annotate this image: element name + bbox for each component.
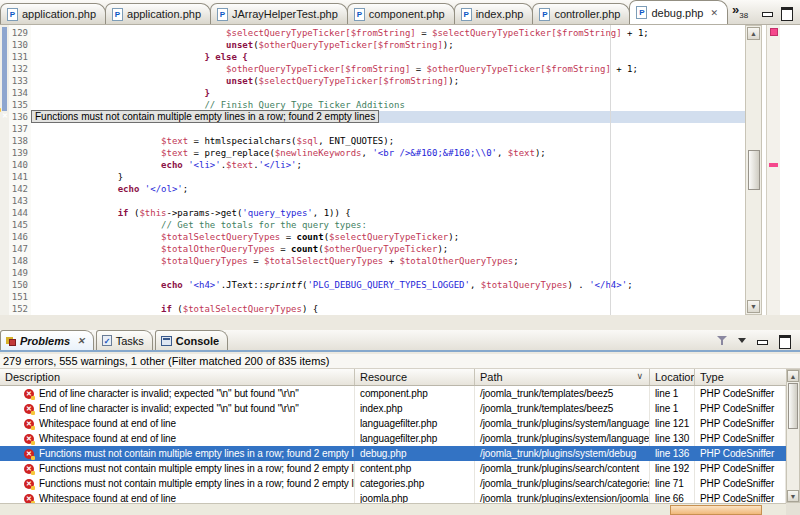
tab-tasks[interactable]: ✓ Tasks (96, 330, 153, 350)
close-icon[interactable]: ✕ (77, 336, 85, 346)
php-file-icon: P (217, 8, 228, 21)
cell-location: line 121 (650, 416, 695, 431)
editor-tab-application.php[interactable]: Papplication.php (105, 3, 211, 24)
print-margin-line (610, 25, 611, 315)
cell-resource: joomla.php (355, 491, 475, 503)
editor-tab-debug.php[interactable]: Pdebug.php✕ (629, 0, 728, 24)
editor-tab-JArrayHelperTest.php[interactable]: PJArrayHelperTest.php (210, 3, 348, 24)
scroll-down-icon[interactable]: ▼ (747, 300, 760, 313)
line-number: 149 (9, 267, 28, 279)
cell-location: line 192 (650, 461, 695, 476)
code-line: echo '</ol>'; (31, 183, 745, 195)
line-number: 140 (9, 159, 28, 171)
cell-description: Whitespace found at end of line (0, 491, 355, 503)
cell-path: /joomla_trunk/plugins/system/languagefil… (475, 431, 650, 446)
line-number-gutter: 1291301311321331341351361371381391401411… (9, 25, 31, 315)
code-line: } else { (31, 51, 745, 63)
tasks-view-icon: ✓ (102, 335, 112, 346)
php-file-icon: P (7, 8, 18, 21)
problems-table: End of line character is invalid; expect… (0, 386, 786, 503)
tab-overflow-chevron[interactable]: »38 (732, 2, 748, 20)
table-scroll-thumb[interactable] (788, 383, 798, 429)
filter-icon[interactable] (717, 336, 728, 346)
table-row[interactable]: Functions must not contain multiple empt… (0, 476, 786, 491)
editor-tab-component.php[interactable]: Pcomponent.php (347, 3, 455, 24)
panel-maximize-icon[interactable] (778, 335, 790, 346)
scroll-down-icon[interactable]: ▼ (787, 490, 799, 502)
table-vertical-scrollbar[interactable]: ▲ ▼ (786, 369, 800, 503)
line-number: 142 (9, 183, 28, 195)
table-row[interactable]: End of line character is invalid; expect… (0, 401, 786, 416)
code-line (31, 123, 745, 135)
table-row[interactable]: Whitespace found at end of linelanguagef… (0, 431, 786, 446)
code-editor[interactable]: 1291301311321331341351361371381391401411… (0, 25, 800, 315)
code-line: } (31, 87, 745, 99)
column-header-resource[interactable]: Resource (355, 369, 475, 385)
cell-resource: languagefilter.php (355, 416, 475, 431)
table-hscroll-thumb[interactable] (670, 505, 762, 515)
table-row[interactable]: Functions must not contain multiple empt… (0, 446, 786, 461)
code-line: } (31, 171, 745, 183)
line-number: 148 (9, 255, 28, 267)
error-icon (24, 389, 34, 399)
panel-minimize-icon[interactable] (756, 335, 768, 346)
line-number: 144 (9, 207, 28, 219)
line-number: 141 (9, 171, 28, 183)
line-number: 147 (9, 243, 28, 255)
table-row[interactable]: End of line character is invalid; expect… (0, 386, 786, 401)
line-number: 145 (9, 219, 28, 231)
code-line (31, 291, 745, 303)
cell-location: line 1 (650, 401, 695, 416)
code-line: unset($selectQueryTypeTicker[$fromString… (31, 75, 745, 87)
cell-type: PHP CodeSniffer (695, 416, 786, 431)
line-number: 151 (9, 291, 28, 303)
column-header-location[interactable]: Location (650, 369, 695, 385)
editor-vertical-scrollbar[interactable]: ▲ ▼ (745, 25, 762, 315)
tab-label: controller.php (554, 8, 620, 20)
table-row[interactable]: Whitespace found at end of linejoomla.ph… (0, 491, 786, 503)
column-header-description[interactable]: Description (0, 369, 355, 385)
error-message-overlay: Functions must not contain multiple empt… (31, 110, 379, 123)
editor-tab-application.php[interactable]: Papplication.php (0, 3, 106, 24)
php-file-icon: P (539, 8, 550, 21)
column-header-type[interactable]: Type (695, 369, 786, 385)
tab-console[interactable]: Console (155, 330, 228, 350)
code-text-area[interactable]: $selectQueryTypeTicker[$fromString] = $s… (31, 25, 745, 315)
tab-close-icon[interactable]: ✕ (710, 8, 718, 18)
cell-location: line 71 (650, 476, 695, 491)
table-row[interactable]: Functions must not contain multiple empt… (0, 461, 786, 476)
cell-path: /joomla_trunk/plugins/search/categories (475, 476, 650, 491)
minimize-icon[interactable] (761, 7, 773, 18)
line-number: 134 (9, 87, 28, 99)
cell-description: End of line character is invalid; expect… (0, 401, 355, 416)
table-row[interactable]: Whitespace found at end of linelanguagef… (0, 416, 786, 431)
cell-path: /joomla_trunk/templates/beez5 (475, 386, 650, 401)
editor-tab-index.php[interactable]: Pindex.php (454, 3, 534, 24)
cell-type: PHP CodeSniffer (695, 386, 786, 401)
vertical-scroll-thumb[interactable] (748, 150, 760, 190)
cell-resource: debug.php (355, 446, 475, 461)
description-text: Whitespace found at end of line (39, 431, 176, 446)
line-number: 136 (9, 111, 28, 123)
editor-tab-bar: Papplication.phpPapplication.phpPJArrayH… (0, 0, 800, 25)
php-file-icon: P (112, 8, 123, 21)
description-text: Functions must not contain multiple empt… (39, 476, 355, 491)
table-header: Description Resource Path∨ Location Type (0, 369, 786, 386)
code-line: // Get the totals for the query types: (31, 219, 745, 231)
editor-tab-controller.php[interactable]: Pcontroller.php (532, 3, 630, 24)
description-text: Functions must not contain multiple empt… (39, 446, 355, 461)
scroll-up-icon[interactable]: ▲ (747, 27, 760, 40)
view-menu-icon[interactable] (738, 338, 746, 343)
cell-resource: content.php (355, 461, 475, 476)
column-header-path[interactable]: Path∨ (475, 369, 650, 385)
table-horizontal-scrollbar[interactable] (0, 503, 786, 515)
cell-resource: component.php (355, 386, 475, 401)
overview-error-marker[interactable] (769, 163, 778, 167)
scrollbar-corner (786, 503, 800, 515)
maximize-icon[interactable] (780, 7, 792, 18)
php-file-icon: P (354, 8, 365, 21)
tab-problems[interactable]: Problems ✕ (0, 330, 94, 350)
overview-ruler[interactable] (766, 25, 780, 315)
scroll-up-icon[interactable]: ▲ (787, 370, 799, 382)
overview-error-indicator[interactable] (770, 28, 778, 36)
